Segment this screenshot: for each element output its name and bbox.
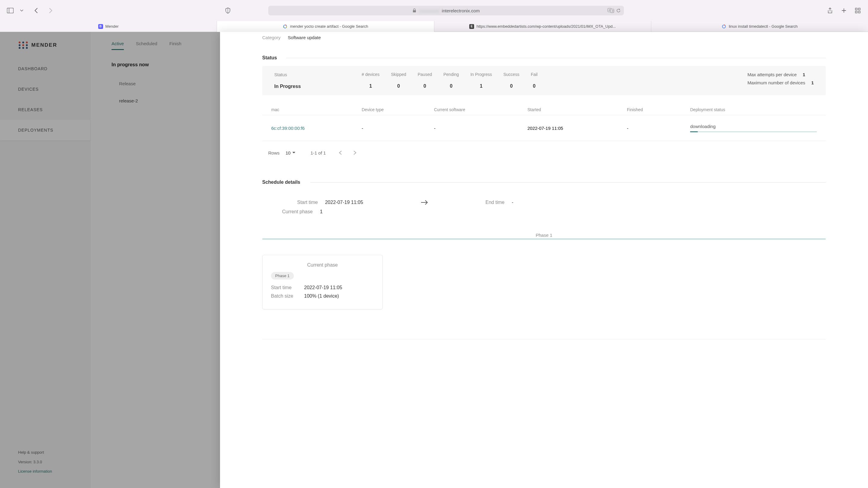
svg-rect-11 bbox=[858, 11, 860, 13]
col-pending-value: 0 bbox=[443, 84, 459, 89]
col-paused-value: 0 bbox=[418, 84, 432, 89]
phase-start-value: 2022-07-19 11:05 bbox=[304, 285, 342, 290]
status-section-title: Status bbox=[262, 55, 826, 61]
col-skipped-label: Skipped bbox=[391, 72, 406, 77]
phase-bar-line bbox=[262, 238, 826, 240]
phase-batch-value: 100% (1 device) bbox=[304, 293, 339, 299]
svg-rect-8 bbox=[855, 8, 857, 10]
tab-overview-icon[interactable] bbox=[854, 6, 862, 15]
th-deployment-status[interactable]: Deployment status bbox=[690, 107, 817, 112]
category-row: Category Software update bbox=[262, 32, 826, 40]
cell-current-software: - bbox=[434, 126, 527, 131]
phase-bar-label: Phase 1 bbox=[262, 233, 826, 238]
cell-device-type: - bbox=[362, 126, 434, 131]
svg-rect-10 bbox=[855, 11, 857, 13]
svg-text:A: A bbox=[609, 9, 611, 11]
translate-icon[interactable]: A文 bbox=[608, 8, 614, 13]
pager-rows-select[interactable]: 10 bbox=[286, 150, 296, 156]
pager-next-icon[interactable] bbox=[352, 150, 358, 156]
col-devices-label: # devices bbox=[362, 72, 379, 77]
cell-finished: - bbox=[627, 126, 690, 131]
th-finished[interactable]: Finished bbox=[627, 107, 690, 112]
pager-rows-value: 10 bbox=[286, 150, 291, 156]
tab-label: linux install timedatectl - Google Searc… bbox=[729, 24, 798, 29]
dropdown-icon[interactable] bbox=[18, 6, 26, 15]
pager-rows-label: Rows bbox=[268, 150, 280, 156]
status-value: In Progress bbox=[274, 84, 362, 89]
th-started[interactable]: Started bbox=[527, 107, 627, 112]
pager-prev-icon[interactable] bbox=[338, 150, 343, 156]
browser-toolbar: xxxxxxxxx interelectronix.com A文 bbox=[0, 0, 868, 21]
col-pending-label: Pending bbox=[443, 72, 459, 77]
cell-status: downloading bbox=[690, 124, 817, 129]
col-inprogress-value: 1 bbox=[470, 84, 492, 89]
svg-text:文: 文 bbox=[612, 10, 614, 12]
max-attempts-label: Max attempts per device bbox=[747, 72, 797, 77]
th-mac[interactable]: mac bbox=[271, 107, 362, 112]
max-attempts-value: 1 bbox=[803, 72, 805, 77]
tab-label: Mender bbox=[105, 24, 119, 29]
share-icon[interactable] bbox=[826, 6, 834, 15]
category-label: Category bbox=[262, 35, 281, 40]
pager: Rows 10 1-1 of 1 bbox=[262, 141, 826, 164]
device-table: mac Device type Current software Started… bbox=[262, 104, 826, 141]
phase-card: Current phase Phase 1 Start time2022-07-… bbox=[262, 255, 383, 310]
phase-badge: Phase 1 bbox=[271, 272, 294, 280]
status-label: Status bbox=[274, 72, 362, 77]
address-prefix: xxxxxxxxx bbox=[419, 8, 439, 13]
max-devices-value: 1 bbox=[811, 80, 814, 85]
address-bar[interactable]: xxxxxxxxx interelectronix.com A文 bbox=[268, 6, 624, 15]
svg-rect-3 bbox=[413, 10, 416, 12]
shield-icon[interactable] bbox=[224, 6, 232, 15]
new-tab-icon[interactable] bbox=[840, 6, 848, 15]
chevron-down-icon bbox=[292, 152, 296, 154]
col-devices-value: 1 bbox=[362, 84, 379, 89]
max-devices-label: Maximum number of devices bbox=[747, 80, 805, 85]
schedule-start-label: Start time bbox=[297, 200, 318, 205]
favicon-google-icon bbox=[283, 24, 287, 29]
favicon-e-icon: E bbox=[469, 24, 474, 29]
lock-icon bbox=[412, 8, 416, 13]
tab-2[interactable]: E https://www.embeddedartists.com/wp-con… bbox=[434, 21, 651, 32]
tab-label: https://www.embeddedartists.com/wp-conte… bbox=[476, 24, 616, 29]
schedule-phase-value: 1 bbox=[320, 209, 322, 215]
col-success-label: Success bbox=[503, 72, 519, 77]
col-fail-label: Fail bbox=[531, 72, 538, 77]
tab-strip: B Mender mender yocto create artifact - … bbox=[0, 21, 868, 32]
svg-rect-0 bbox=[7, 8, 13, 13]
col-paused-label: Paused bbox=[418, 72, 432, 77]
col-skipped-value: 0 bbox=[391, 84, 406, 89]
cell-mac[interactable]: 6c:cf:39:00:00:f6 bbox=[271, 126, 362, 131]
reload-icon[interactable] bbox=[616, 8, 621, 13]
tab-1[interactable]: mender yocto create artifact - Google Se… bbox=[217, 21, 434, 32]
schedule-end-label: End time bbox=[486, 200, 504, 205]
deployment-modal: Category Software update Status Status I… bbox=[220, 32, 868, 488]
schedule-end-value: - bbox=[512, 200, 513, 205]
schedule-start-value: 2022-07-19 11:05 bbox=[325, 200, 363, 205]
schedule-section-title: Schedule details bbox=[262, 180, 826, 185]
col-fail-value: 0 bbox=[531, 84, 538, 89]
sidebar-toggle-icon[interactable] bbox=[6, 6, 14, 15]
th-current-software[interactable]: Current software bbox=[434, 107, 527, 112]
th-device-type[interactable]: Device type bbox=[362, 107, 434, 112]
back-icon[interactable] bbox=[32, 6, 40, 15]
svg-rect-9 bbox=[858, 8, 860, 10]
schedule-phase-label: Current phase bbox=[282, 209, 313, 215]
table-row[interactable]: 6c:cf:39:00:00:f6 - - 2022-07-19 11:05 -… bbox=[262, 116, 826, 141]
cell-started: 2022-07-19 11:05 bbox=[527, 126, 627, 131]
col-inprogress-label: In Progress bbox=[470, 72, 492, 77]
pager-range: 1-1 of 1 bbox=[310, 150, 326, 156]
phase-batch-label: Batch size bbox=[271, 293, 298, 299]
favicon-google-icon bbox=[721, 24, 726, 29]
col-success-value: 0 bbox=[503, 84, 519, 89]
forward-icon[interactable] bbox=[46, 6, 55, 15]
tab-3[interactable]: linux install timedatectl - Google Searc… bbox=[651, 21, 868, 32]
progress-bar bbox=[690, 131, 817, 132]
favicon-bootstrap-icon: B bbox=[98, 24, 103, 29]
tab-label: mender yocto create artifact - Google Se… bbox=[290, 24, 368, 29]
status-card: Status In Progress # devices1 Skipped0 P… bbox=[262, 66, 826, 95]
tab-0[interactable]: B Mender bbox=[0, 21, 217, 32]
category-value: Software update bbox=[288, 35, 321, 40]
arrow-right-icon bbox=[421, 199, 428, 205]
phase-card-title: Current phase bbox=[271, 262, 374, 268]
